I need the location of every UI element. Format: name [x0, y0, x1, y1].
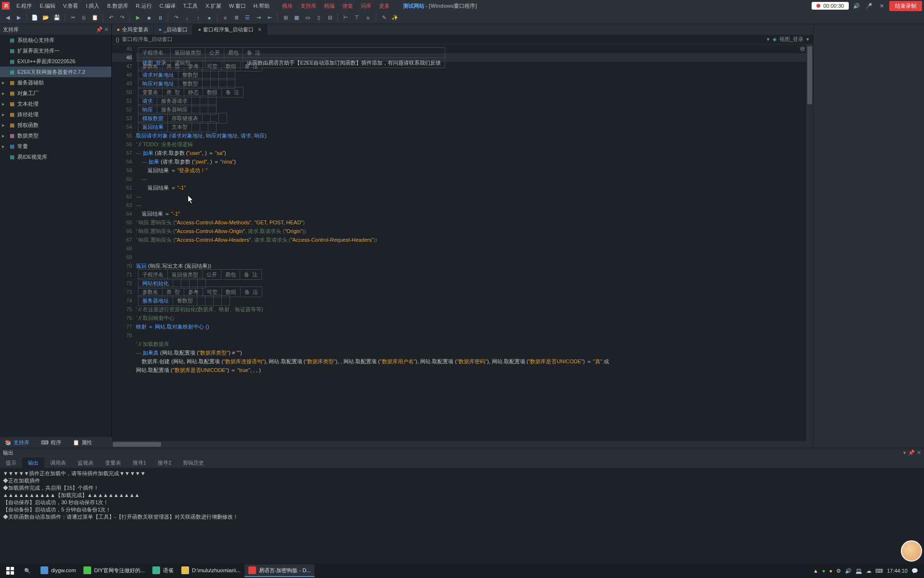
menu-help[interactable]: H.帮助 [250, 2, 273, 10]
menu-extend[interactable]: X.扩展 [202, 2, 225, 10]
close-tab-icon[interactable]: ✕ [258, 27, 262, 33]
stop-icon[interactable]: ■ [144, 13, 154, 23]
sidebar-item[interactable]: ▦EXUI++界面库20220526 [0, 56, 111, 67]
menu-run[interactable]: R.运行 [132, 2, 156, 10]
forward-icon[interactable]: ▶ [14, 13, 24, 23]
menu-module[interactable]: 模块 [278, 2, 297, 10]
editor-tab[interactable]: ●窗口程序集_启动窗口✕ [193, 24, 267, 35]
sidebar-item[interactable]: ▦E2EE互联网服务器套件2.7.2 [0, 67, 111, 77]
menu-view[interactable]: V.查看 [59, 2, 82, 10]
center-v-icon[interactable]: ⊤ [352, 13, 362, 23]
tray-icon-6[interactable]: 💻 [856, 568, 862, 574]
sidebar-item[interactable]: ▸▦路径处理 [0, 109, 111, 120]
volume-icon[interactable]: 🔊 [852, 1, 861, 11]
sidebar-item[interactable]: ▸▦文本处理 [0, 98, 111, 109]
sidebar-item[interactable]: ▸▦对象工厂 [0, 88, 111, 98]
cut-icon[interactable]: ✂ [68, 13, 78, 23]
outdent-icon[interactable]: ⇤ [265, 13, 274, 23]
editor-tab[interactable]: ●_启动窗口 [154, 24, 193, 35]
align-right-icon[interactable]: ☰ [243, 13, 252, 23]
grid-icon[interactable]: ▦ [292, 13, 301, 23]
taskbar-item[interactable]: 语雀 [149, 564, 177, 577]
output-tab[interactable]: 调用表 [44, 457, 72, 468]
search-icon[interactable]: 🔍 [19, 564, 36, 577]
pause-icon[interactable]: ⏸ [155, 13, 165, 23]
tab-program[interactable]: ⌨程序 [38, 439, 64, 446]
tray-icon-5[interactable]: 🔊 [845, 568, 852, 574]
tab-supportlib[interactable]: 📚支持库 [2, 439, 32, 446]
copy-icon[interactable]: ⎘ [79, 13, 89, 23]
dropdown-icon[interactable]: ▾ [903, 450, 906, 456]
chevron-down-icon-2[interactable]: ▾ [806, 36, 809, 42]
taskbar-item[interactable]: diygw.com [37, 564, 80, 577]
pin-icon[interactable]: 📌 ✕ [96, 27, 109, 33]
output-tab[interactable]: 输出 [22, 457, 44, 468]
wand-icon[interactable]: ✨ [390, 13, 400, 23]
editor-tab[interactable]: ●全局变量表 [112, 24, 154, 35]
menu-edit[interactable]: E.编辑 [36, 2, 59, 10]
assistant-avatar[interactable] [901, 540, 922, 562]
indent-icon[interactable]: ⇥ [254, 13, 263, 23]
align-center-icon[interactable]: ≣ [231, 13, 241, 23]
tray-icon-3[interactable]: ● [829, 568, 833, 574]
distribute-icon[interactable]: ≡ [363, 13, 373, 23]
close-rec-icon[interactable]: ✕ [877, 1, 886, 11]
layout1-icon[interactable]: ▭ [303, 13, 313, 23]
open-file-icon[interactable]: 📂 [41, 13, 51, 23]
pin-icon-2[interactable]: 📌 [908, 450, 915, 456]
breadcrumb-left[interactable]: 窗口程序集_启动窗口 [122, 36, 173, 43]
menu-more[interactable]: 更多 [375, 2, 394, 10]
tray-icon-2[interactable]: ● [822, 568, 826, 574]
brush-icon[interactable]: ✎ [379, 13, 389, 23]
run-icon[interactable]: ▶ [133, 13, 143, 23]
redo-icon[interactable]: ↷ [117, 13, 127, 23]
sidebar-item[interactable]: ▦扩展界面支持库一 [0, 45, 111, 56]
tray-keyboard-icon[interactable]: ⌨ [875, 568, 883, 574]
breadcrumb-right[interactable]: 视图_登录 [779, 36, 803, 43]
output-tab[interactable]: 搜寻1 [127, 457, 152, 468]
output-body[interactable]: ▼▼▼▼▼插件正在加载中，请等待插件加载完成▼▼▼▼▼◆正在加载插件◆加载插件完… [0, 468, 924, 564]
sidebar-item[interactable]: ▦系统核心支持库 [0, 35, 111, 45]
close-icon[interactable]: ✕ [917, 450, 921, 456]
menu-supportlib[interactable]: 支持库 [297, 2, 320, 10]
sidebar-item[interactable]: ▸▦授权函数 [0, 120, 111, 130]
start-button[interactable] [2, 564, 18, 577]
sidebar-item[interactable]: ▸▦常量 [0, 141, 111, 151]
end-recording-button[interactable]: 结束录制 [889, 1, 922, 11]
back-icon[interactable]: ◀ [3, 13, 13, 23]
output-tab[interactable]: 搜寻2 [152, 457, 177, 468]
vertical-scrollbar[interactable] [806, 44, 813, 441]
horizontal-scrollbar[interactable] [112, 441, 813, 448]
tray-notification-icon[interactable]: 💬 [911, 568, 918, 574]
taskbar-item[interactable]: 易语言-加密狗版 - D... [245, 564, 315, 577]
paste-icon[interactable]: 📋 [90, 13, 100, 23]
undo-icon[interactable]: ↶ [106, 13, 116, 23]
center-h-icon[interactable]: ⊢ [341, 13, 351, 23]
menu-insert[interactable]: I.插入 [82, 2, 103, 10]
menu-database[interactable]: B.数据库 [103, 2, 132, 10]
align-left-icon[interactable]: ≡ [220, 13, 230, 23]
format-icon[interactable]: ⊞ [281, 13, 290, 23]
layout2-icon[interactable]: ▯ [314, 13, 324, 23]
tray-icon-7[interactable]: ☁ [866, 568, 871, 574]
code-editor[interactable]: 4546474849505152535455565758596061626364… [112, 44, 813, 441]
mic-icon[interactable]: 🎤 [864, 1, 874, 11]
step-over-icon[interactable]: ↷ [171, 13, 181, 23]
save-icon[interactable]: 💾 [52, 13, 62, 23]
menu-compile[interactable]: C.编译 [156, 2, 179, 10]
step-into-icon[interactable]: ↓ [182, 13, 192, 23]
output-tab[interactable]: 变量表 [99, 457, 127, 468]
tray-icon-4[interactable]: ⚙ [836, 568, 841, 574]
tray-icon-1[interactable]: ▲ [813, 568, 818, 574]
taskbar-item[interactable]: DIY官网专注做好的... [80, 564, 149, 577]
menu-compile2[interactable]: 精编 [320, 2, 339, 10]
taskbar-item[interactable]: D:\mulu\zhuomian\... [177, 564, 245, 577]
sidebar-item[interactable]: ▦易IDE视觉库 [0, 151, 111, 162]
sidebar-item[interactable]: ▸▦服务器辅助 [0, 77, 111, 88]
menu-program[interactable]: E.程序 [13, 2, 36, 10]
step-out-icon[interactable]: ↑ [193, 13, 203, 23]
collapse-button[interactable]: 收 [800, 45, 805, 53]
menu-dict[interactable]: 词库 [357, 2, 375, 10]
chevron-down-icon[interactable]: ▾ [767, 36, 770, 42]
sidebar-item[interactable]: ▸▦数据类型 [0, 130, 111, 141]
